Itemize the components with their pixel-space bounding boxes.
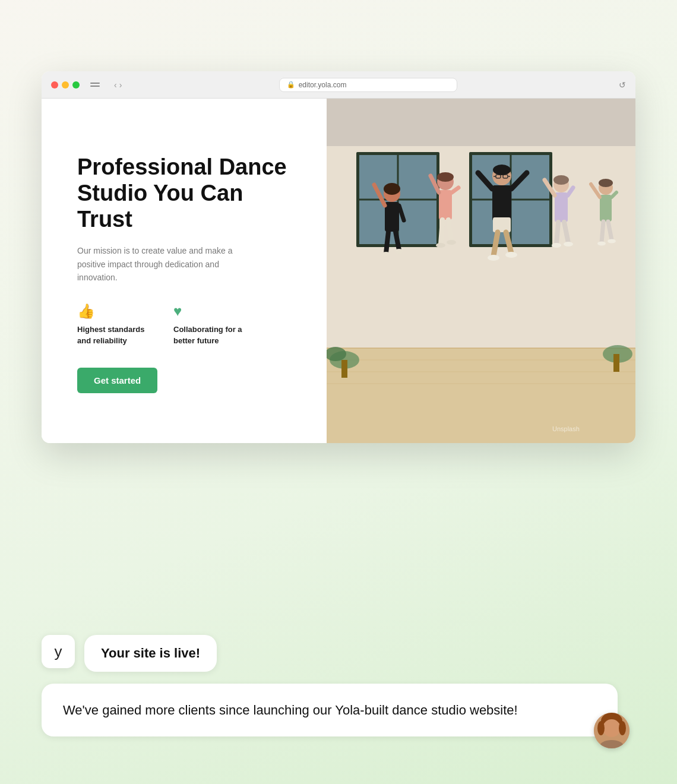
heart-icon: ♥ xyxy=(173,303,251,320)
svg-line-34 xyxy=(441,220,442,244)
svg-line-66 xyxy=(602,222,603,242)
svg-line-35 xyxy=(448,220,451,241)
svg-line-25 xyxy=(386,232,388,253)
svg-point-59 xyxy=(552,243,561,248)
testimonial-bubble: We've gained more clients since launchin… xyxy=(42,684,618,736)
user-avatar-image xyxy=(594,713,629,748)
address-bar[interactable]: 🔒 editor.yola.com xyxy=(279,78,457,92)
svg-line-57 xyxy=(556,222,558,244)
svg-point-62 xyxy=(599,179,613,187)
address-bar-container: 🔒 editor.yola.com xyxy=(128,78,608,92)
feature-2-label: Collaborating for a better future xyxy=(173,324,251,346)
yola-avatar: y xyxy=(42,635,75,668)
traffic-lights xyxy=(51,81,80,88)
browser-window: ‹ › 🔒 editor.yola.com ↺ Professional Dan… xyxy=(42,71,635,443)
svg-point-68 xyxy=(597,242,606,246)
svg-point-60 xyxy=(564,242,573,246)
chat-section: y Your site is live! We've gained more c… xyxy=(42,635,635,736)
fullscreen-button[interactable] xyxy=(72,81,80,88)
svg-rect-17 xyxy=(341,360,347,378)
nav-arrows: ‹ › xyxy=(114,80,122,90)
testimonial-text: We've gained more clients since launchin… xyxy=(63,703,518,717)
minimize-button[interactable] xyxy=(62,81,69,88)
browser-content: Professional Dance Studio You Can Trust … xyxy=(42,99,635,443)
hero-title: Professional Dance Studio You Can Trust xyxy=(77,154,297,232)
svg-point-75 xyxy=(619,721,626,735)
hero-subtitle: Our mission is to create value and make … xyxy=(77,244,255,284)
svg-point-53 xyxy=(553,175,569,185)
chat-row-live: y Your site is live! xyxy=(42,635,635,672)
svg-point-21 xyxy=(384,183,400,195)
back-arrow[interactable]: ‹ xyxy=(114,80,117,90)
forward-arrow[interactable]: › xyxy=(119,80,122,90)
svg-point-74 xyxy=(597,721,605,735)
svg-point-51 xyxy=(505,252,517,258)
reload-icon[interactable]: ↺ xyxy=(619,80,626,90)
svg-rect-6 xyxy=(327,99,635,146)
svg-rect-1 xyxy=(327,348,635,443)
sidebar-toggle-icon[interactable] xyxy=(90,79,106,91)
svg-rect-54 xyxy=(555,192,568,222)
features-row: 👍 Highest standards and reliability ♥ Co… xyxy=(77,303,297,346)
svg-rect-22 xyxy=(385,202,399,232)
svg-rect-47 xyxy=(493,217,511,232)
url-text: editor.yola.com xyxy=(299,81,347,89)
svg-rect-31 xyxy=(439,190,452,220)
live-message-text: Your site is live! xyxy=(101,646,200,660)
svg-rect-19 xyxy=(613,354,619,372)
testimonial-bubble-wrap: We've gained more clients since launchin… xyxy=(42,684,635,736)
thumbs-up-icon: 👍 xyxy=(77,303,154,320)
hero-image-panel: Unsplash xyxy=(327,99,635,443)
chat-row-testimonial: We've gained more clients since launchin… xyxy=(42,684,635,736)
svg-point-37 xyxy=(447,240,456,245)
svg-point-30 xyxy=(437,172,454,182)
svg-text:Unsplash: Unsplash xyxy=(552,425,580,432)
dance-studio-image: Unsplash xyxy=(327,99,635,443)
live-message-bubble: Your site is live! xyxy=(84,635,217,672)
svg-point-28 xyxy=(394,249,404,254)
feature-item-2: ♥ Collaborating for a better future xyxy=(173,303,251,346)
feature-1-label: Highest standards and reliability xyxy=(77,324,154,346)
left-panel: Professional Dance Studio You Can Trust … xyxy=(42,99,327,443)
svg-point-36 xyxy=(436,243,445,248)
svg-point-43 xyxy=(493,165,511,175)
svg-point-27 xyxy=(381,252,391,257)
get-started-button[interactable]: Get started xyxy=(77,368,157,393)
feature-item-1: 👍 Highest standards and reliability xyxy=(77,303,154,346)
svg-rect-44 xyxy=(492,185,511,221)
browser-titlebar: ‹ › 🔒 editor.yola.com ↺ xyxy=(42,71,635,99)
svg-point-69 xyxy=(608,239,616,244)
svg-point-73 xyxy=(603,719,621,737)
svg-point-50 xyxy=(488,255,499,261)
svg-rect-63 xyxy=(600,195,612,222)
user-avatar xyxy=(594,713,629,748)
close-button[interactable] xyxy=(51,81,58,88)
lock-icon: 🔒 xyxy=(287,81,295,88)
